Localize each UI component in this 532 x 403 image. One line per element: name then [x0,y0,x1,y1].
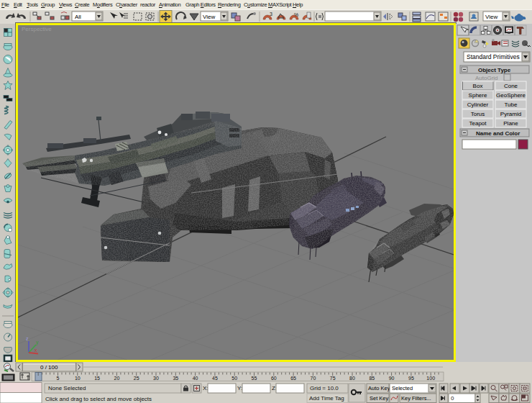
svg-text:10: 10 [75,376,81,381]
svg-text:Auto Key: Auto Key [368,385,390,391]
svg-text:Grid = 10.0: Grid = 10.0 [310,385,339,391]
svg-text:Object Type: Object Type [478,67,511,73]
svg-text:15: 15 [94,376,100,381]
svg-text:25: 25 [134,376,139,381]
svg-text:0: 0 [451,395,454,402]
svg-text:60: 60 [271,376,277,381]
svg-text:%: % [294,12,298,17]
svg-text:Sphere: Sphere [469,92,487,99]
svg-text:All: All [75,14,81,20]
svg-text:30: 30 [153,376,159,381]
svg-text:Teapot: Teapot [469,120,487,127]
svg-text:45: 45 [212,376,218,381]
svg-text:80: 80 [349,376,355,381]
svg-text:90: 90 [389,376,395,381]
svg-text:50: 50 [231,376,237,381]
svg-text:35: 35 [173,376,178,381]
svg-text:5: 5 [57,376,60,381]
svg-text:X:: X: [203,385,208,391]
svg-text:Click and drag to select and m: Click and drag to select and move object… [45,396,152,402]
svg-text:View: View [203,14,215,20]
svg-text:70: 70 [311,376,316,381]
svg-text:20: 20 [114,376,120,381]
svg-text:85: 85 [369,376,375,381]
svg-text:100: 100 [426,376,435,381]
svg-text:95: 95 [408,376,414,381]
svg-text:Box: Box [473,83,483,89]
svg-text:View: View [485,14,497,20]
svg-text:Y:: Y: [237,385,242,391]
svg-text:Add Time Tag: Add Time Tag [309,395,344,402]
svg-text:75: 75 [330,376,336,381]
svg-text:Tube: Tube [505,101,518,108]
svg-text:Name and Color: Name and Color [476,130,520,137]
svg-text:x: x [35,348,37,353]
svg-text:Set Key: Set Key [370,395,389,402]
svg-text:GeoSphere: GeoSphere [496,92,526,99]
svg-text:Plane: Plane [503,120,518,127]
svg-text:Key Filters...: Key Filters... [401,395,431,402]
svg-text:Selected: Selected [392,385,413,391]
svg-text:3: 3 [270,12,272,17]
svg-text:Cylinder: Cylinder [467,101,489,108]
svg-text:z: z [26,336,29,341]
svg-text:None Selected: None Selected [48,385,86,391]
svg-text:Standard Primitives: Standard Primitives [467,53,520,60]
svg-text:Torus: Torus [471,111,485,117]
svg-text:Cone: Cone [504,83,518,89]
svg-text:AutoGrid: AutoGrid [475,75,498,81]
svg-text:65: 65 [290,376,296,381]
svg-text:40: 40 [193,376,198,381]
svg-text:0 / 100: 0 / 100 [40,364,58,371]
svg-text:Pyramid: Pyramid [500,111,521,117]
svg-text:y: y [36,340,39,345]
svg-text:55: 55 [252,376,257,381]
